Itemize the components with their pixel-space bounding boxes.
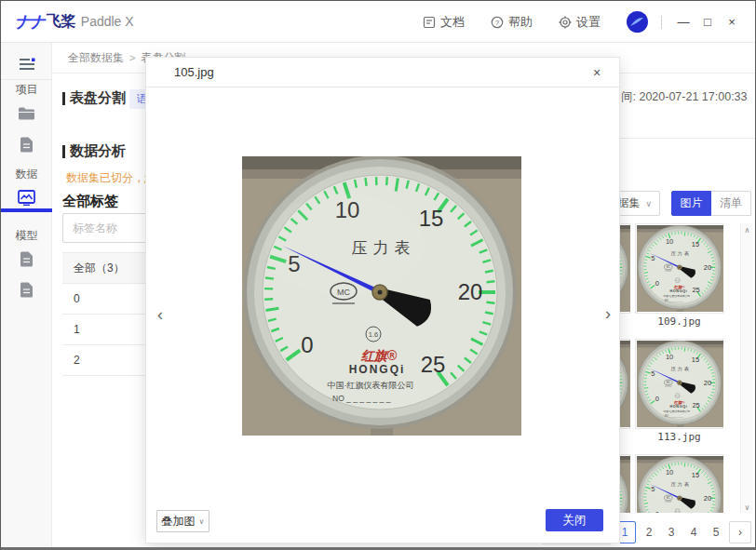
- modal-close-button[interactable]: 关闭: [546, 509, 603, 531]
- sidebar-section-project: 项目: [1, 82, 52, 98]
- sidebar-active-indicator: [1, 208, 52, 212]
- sidebar-item-model-doc-2[interactable]: [1, 282, 52, 298]
- settings-label: 设置: [576, 14, 601, 31]
- modal-filename: 105.jpg: [174, 65, 214, 79]
- file-icon: [20, 251, 34, 267]
- created-time-text: 间: 2020-07-21 17:00:33: [621, 89, 748, 105]
- help-icon: ?: [491, 16, 504, 29]
- thumbnail-113[interactable]: [635, 339, 723, 429]
- collapse-menu-button[interactable]: [1, 50, 52, 78]
- page-3-button[interactable]: 3: [662, 521, 681, 543]
- breadcrumb-all-datasets[interactable]: 全部数据集: [68, 50, 124, 66]
- pagination: 1 2 3 4 5 ›: [611, 513, 755, 550]
- hamburger-icon: [19, 58, 35, 71]
- image-preview-modal: 105.jpg × ‹ › 叠加图 ∨ 关闭: [145, 57, 620, 543]
- dataset-image-icon: [18, 190, 35, 206]
- modal-close-icon[interactable]: ×: [587, 63, 606, 82]
- view-toggle-list[interactable]: 清单: [711, 191, 751, 216]
- dataset-title-row: 表盘分割: [62, 89, 126, 107]
- sidebar-item-dataset-active[interactable]: [1, 190, 52, 206]
- docs-label: 文档: [440, 14, 465, 31]
- folder-icon: [18, 106, 35, 121]
- overlay-mode-dropdown[interactable]: 叠加图 ∨: [156, 510, 209, 532]
- sidebar-item-model-doc-1[interactable]: [1, 251, 52, 267]
- breadcrumb-separator: >: [129, 52, 135, 63]
- thumbnail-109[interactable]: [635, 223, 723, 314]
- thumbnail-scrollbar[interactable]: ∧ ∨: [740, 223, 752, 515]
- user-avatar[interactable]: [627, 11, 648, 33]
- help-button[interactable]: ? 帮助: [491, 14, 533, 31]
- previous-image-arrow[interactable]: ‹: [157, 305, 163, 325]
- app-window: ナナ 飞桨 Paddle X 文档 ? 帮助 设置 — □ ×: [0, 0, 756, 550]
- close-window-button[interactable]: ×: [722, 15, 742, 29]
- section-bar: [62, 92, 65, 105]
- brand-name-en: Paddle X: [81, 14, 134, 29]
- thumbnail-113-caption: 113.jpg: [635, 431, 723, 443]
- analysis-title: 数据分析: [70, 142, 126, 160]
- page-5-button[interactable]: 5: [707, 521, 725, 543]
- section-bar: [62, 145, 65, 158]
- next-page-button[interactable]: ›: [729, 521, 751, 543]
- file-icon: [20, 282, 34, 298]
- paddle-logo-icon: ナナ: [15, 11, 44, 33]
- settings-button[interactable]: 设置: [559, 14, 601, 31]
- gear-icon: [559, 16, 572, 29]
- help-label: 帮助: [508, 14, 533, 31]
- maximize-button[interactable]: □: [697, 15, 718, 29]
- sidebar-divider: [1, 79, 52, 80]
- svg-text:?: ?: [495, 18, 500, 26]
- analysis-title-row: 数据分析: [62, 142, 126, 160]
- labels-title: 全部标签: [62, 193, 118, 210]
- paddle-avatar-icon: [629, 15, 644, 28]
- gauge-photo: [242, 156, 521, 436]
- docs-button[interactable]: 文档: [423, 14, 465, 31]
- page-2-button[interactable]: 2: [640, 521, 658, 543]
- sidebar-section-model: 模型: [1, 228, 52, 244]
- modal-header: 105.jpg ×: [146, 58, 619, 87]
- dataset-title: 表盘分割: [70, 89, 126, 107]
- title-bar: ナナ 飞桨 Paddle X 文档 ? 帮助 设置 — □ ×: [1, 1, 755, 43]
- page-4-button[interactable]: 4: [684, 521, 703, 543]
- sidebar-section-data: 数据: [1, 167, 52, 182]
- next-image-arrow[interactable]: ›: [605, 304, 611, 324]
- title-bar-actions: 文档 ? 帮助 设置 — □ ×: [423, 1, 746, 43]
- chevron-down-icon: ∨: [199, 517, 205, 526]
- sidebar-item-project-list[interactable]: [1, 106, 52, 121]
- sidebar-item-project-doc[interactable]: [1, 137, 52, 153]
- sidebar: 项目 数据 模型: [1, 43, 52, 547]
- split-warning-text: 数据集已切分，您: [66, 170, 155, 186]
- view-toggle: 图片 清单: [671, 191, 751, 216]
- minimize-button[interactable]: —: [673, 15, 694, 29]
- document-icon: [423, 16, 436, 29]
- overlay-mode-value: 叠加图: [162, 514, 196, 530]
- chevron-down-icon: ∨: [645, 199, 652, 208]
- window-controls-divider: [661, 16, 662, 29]
- app-logo: ナナ 飞桨 Paddle X: [15, 11, 134, 33]
- brand-name-cn: 飞桨: [47, 12, 76, 32]
- view-toggle-images[interactable]: 图片: [671, 191, 711, 216]
- scroll-up-icon[interactable]: ∧: [741, 224, 753, 236]
- file-icon: [20, 137, 34, 153]
- thumbnail-109-caption: 109.jpg: [635, 315, 723, 328]
